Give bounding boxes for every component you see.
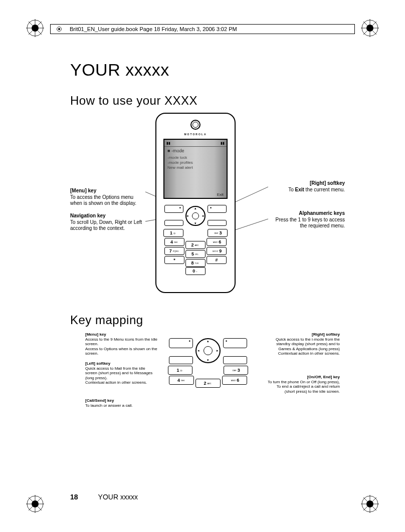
callout-text: To Exit the current menu. (270, 187, 345, 193)
callout-title: [Right] softkey (270, 180, 345, 187)
callout-right-softkey: [Right] softkey To Exit the current menu… (270, 180, 345, 193)
key-9: WXYZ9 (207, 247, 227, 255)
callout-text: To turn the phone On or Off (long press)… (267, 380, 340, 394)
phone-screen: ▮▮ ▮▮ ■ -mode -mode lock -mode profiles … (163, 139, 228, 199)
key-0: 0+ (185, 267, 206, 275)
nav-center-button (204, 346, 213, 355)
document-header: Brit01_EN_User guide.book Page 18 Friday… (50, 24, 355, 34)
nav-center-button (192, 212, 199, 219)
corner-ornament-icon (26, 495, 44, 513)
key-4: 4GHI (164, 238, 184, 246)
header-dot-icon (57, 27, 62, 32)
key-7: 7PQRS (164, 247, 184, 255)
arrow-left-icon: ◂ (197, 349, 199, 353)
screen-line: -mode lock (167, 155, 224, 160)
call-send-button (169, 356, 193, 364)
svg-point-25 (58, 28, 60, 30)
end-button (208, 220, 227, 226)
end-button (223, 356, 247, 364)
callout-left-softkey: [Left] softkey Quick access to Mail from… (85, 361, 158, 385)
left-softkey-button (169, 338, 193, 348)
signal-icon: ▮▮ (166, 141, 170, 145)
right-softkey-button (223, 338, 247, 348)
speaker-icon (190, 120, 200, 130)
phone-diagram: [Menu] key To access the Options menu wh… (70, 113, 355, 313)
brand-label: MOTOROLA (156, 133, 235, 136)
arrow-up-icon: ▴ (207, 339, 209, 343)
key-1: 1@. (163, 229, 183, 237)
callout-menu-key: [Menu] key To access the Options menu wh… (70, 188, 145, 207)
key-6: MNO6 (207, 238, 227, 246)
callout-menu-key: [Menu] key Access to the 9 Menu icons fr… (85, 332, 158, 356)
key-5: 5JKL (185, 250, 206, 258)
callout-text: Quick access to Mail from the idle scree… (85, 366, 158, 385)
phone-illustration: MOTOROLA ▮▮ ▮▮ ■ -mode -mode lock -mode … (155, 113, 236, 298)
callout-text: To launch or answer a call. (85, 403, 158, 408)
battery-icon: ▮▮ (221, 141, 225, 145)
key-hash: # (207, 256, 227, 264)
arrow-up-icon: ▴ (194, 206, 196, 210)
nav-ring: ▴ ▾ ◂ ▸ (195, 338, 221, 363)
corner-ornament-icon (26, 19, 44, 37)
key-2: 2ABC (195, 379, 221, 388)
key-mapping-diagram: [Menu] key Access to the 9 Menu icons fr… (70, 332, 355, 432)
call-send-button (164, 220, 183, 226)
corner-ornament-icon (361, 19, 379, 37)
arrow-left-icon: ◂ (186, 214, 188, 218)
right-softkey-button (208, 205, 227, 213)
callout-text: To scroll Up, Down, Right or Left accord… (70, 219, 145, 232)
callout-text: To access the Options menu when is shown… (70, 194, 145, 207)
callout-call-send: [Call/Send] key To launch or answer a ca… (85, 398, 158, 408)
keypad: 1@.DEF3 4GHI2ABCMNO6 7PQRS5JKLWXYZ9 *8TU… (163, 229, 228, 276)
chapter-title: YOUR xxxxx (70, 60, 355, 80)
callout-title: [Menu] key (85, 332, 158, 337)
arrow-right-icon: ▸ (217, 349, 219, 353)
mode-indicator: ■ (167, 148, 171, 153)
callout-on-off-end: [On/Off, End] key To turn the phone On o… (267, 375, 340, 394)
callout-alphanumeric-keys: Alphanumeric keys Press the 1 to 9 keys … (270, 210, 345, 229)
screen-line: New mail alert (167, 165, 224, 170)
left-softkey-button (164, 205, 183, 213)
nav-cluster-illustration: ▴ ▾ ◂ ▸ 1@. DEF3 4GHI 2ABC MNO6 (168, 337, 248, 385)
nav-ring: ▴ ▾ ◂ ▸ (185, 206, 206, 226)
key-3: DEF3 (224, 366, 248, 375)
arrow-down-icon: ▾ (207, 358, 209, 362)
key-2: 2ABC (185, 241, 206, 249)
section-title: How to use your XXXX (70, 94, 355, 108)
callout-navigation-key: Navigation key To scroll Up, Down, Right… (70, 213, 145, 232)
corner-ornament-icon (361, 495, 379, 513)
navigation-cluster: ▴ ▾ ◂ ▸ (163, 203, 228, 227)
key-6: MNO6 (222, 376, 247, 385)
page-footer: 18 YOUR xxxxx (70, 493, 138, 501)
callout-title: Alphanumeric keys (270, 210, 345, 217)
callout-title: [Left] softkey (85, 361, 158, 366)
callout-text: Access to the 9 Menu icons from the idle… (85, 337, 158, 356)
screen-line: -mode profiles (167, 160, 224, 165)
arrow-right-icon: ▸ (202, 214, 205, 218)
key-8: 8TUV (185, 259, 206, 267)
softkey-label: Exit (217, 192, 224, 197)
callout-text: Press the 1 to 9 keys to access the requ… (270, 217, 345, 229)
key-1: 1@. (168, 366, 192, 375)
callout-title: [Menu] key (70, 188, 145, 194)
callout-title: [Right] softkey (267, 332, 340, 337)
section-title: Key mapping (70, 313, 355, 327)
key-4: 4GHI (169, 376, 194, 385)
header-text: Brit01_EN_User guide.book Page 18 Friday… (70, 26, 237, 32)
key-star: * (164, 256, 184, 264)
mode-label: -mode (171, 148, 184, 153)
callout-title: [Call/Send] key (85, 398, 158, 403)
callout-title: [On/Off, End] key (267, 375, 340, 380)
callout-title: Navigation key (70, 213, 145, 219)
page-number: 18 (70, 493, 78, 501)
key-3: DEF3 (208, 229, 228, 237)
callout-text: Quick access to the i-mode from the stan… (267, 337, 340, 356)
arrow-down-icon: ▾ (194, 221, 196, 225)
footer-chapter-title: YOUR xxxxx (98, 493, 138, 501)
callout-right-softkey: [Right] softkey Quick access to the i-mo… (267, 332, 340, 356)
